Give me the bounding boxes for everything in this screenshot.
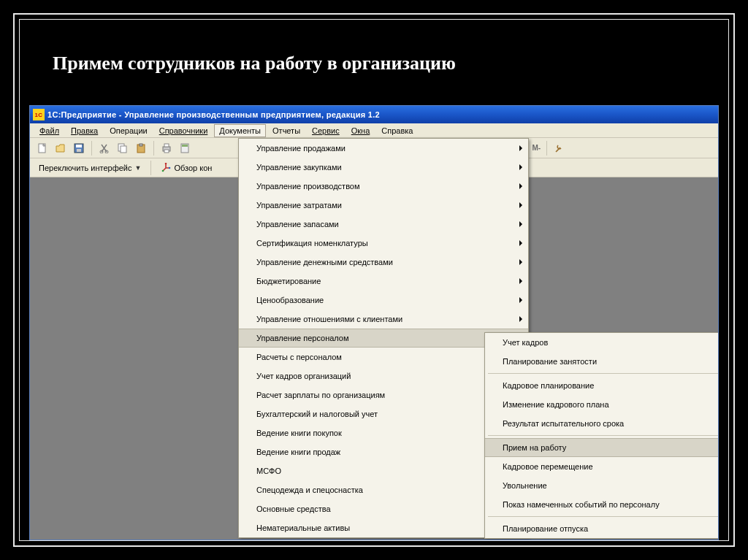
menu-help[interactable]: Справка — [376, 124, 418, 137]
submenu-arrow-icon — [519, 145, 522, 151]
menu-item-label: Расчеты с персоналом — [256, 353, 342, 361]
menu-item-label: Показ намеченных событий по персоналу — [503, 500, 660, 509]
menu-item-label: Планирование занятости — [503, 357, 597, 366]
menu-references[interactable]: Справочники — [154, 124, 213, 137]
menu-separator — [488, 435, 719, 436]
personnel-submenu-item[interactable]: Планирование отпуска — [485, 519, 719, 538]
documents-menu-item[interactable]: Сертификация номенклатуры — [239, 234, 528, 253]
menu-item-label: Управление затратами — [256, 201, 342, 210]
menu-item-label: Ведение книги продаж — [256, 448, 340, 456]
window-title: 1С:Предприятие - Управление производстве… — [47, 110, 380, 119]
menu-item-label: Кадровое планирование — [503, 381, 594, 390]
menu-item-label: Управление продажами — [256, 144, 346, 153]
svg-rect-14 — [182, 145, 188, 147]
calc-icon[interactable] — [177, 140, 193, 156]
menu-reports[interactable]: Отчеты — [267, 124, 305, 137]
open-file-icon[interactable] — [53, 140, 69, 156]
save-icon[interactable] — [71, 140, 87, 156]
toolbar-separator — [150, 161, 151, 175]
print-icon[interactable] — [159, 140, 175, 156]
personnel-submenu-item[interactable]: Прием на работу — [485, 438, 719, 457]
menubar: Файл Правка Операции Справочники Докумен… — [30, 123, 718, 138]
svg-rect-3 — [77, 149, 81, 152]
documents-menu-item[interactable]: Бюджетирование — [239, 272, 528, 291]
toolbar-separator — [91, 141, 92, 156]
menu-item-label: Бюджетирование — [256, 277, 321, 285]
menu-documents[interactable]: Документы — [214, 124, 266, 137]
copy-icon[interactable] — [115, 140, 131, 156]
submenu-arrow-icon — [519, 278, 522, 284]
documents-menu-item[interactable]: Управление денежными средствами — [239, 253, 528, 272]
documents-menu-item[interactable]: Управление затратами — [239, 196, 528, 215]
svg-rect-7 — [121, 146, 126, 153]
menu-windows[interactable]: Окна — [346, 124, 375, 137]
personnel-submenu-item[interactable]: Увольнение — [485, 476, 719, 495]
submenu-arrow-icon — [519, 164, 522, 170]
documents-menu-item[interactable]: Управление отношениями с клиентами — [239, 310, 528, 329]
personnel-submenu-item[interactable]: Показ намеченных событий по персоналу — [485, 495, 719, 514]
menu-item-label: МСФО — [256, 467, 281, 475]
paste-icon[interactable] — [133, 140, 149, 156]
documents-menu-item[interactable]: Управление запасами — [239, 215, 528, 234]
svg-point-15 — [165, 163, 167, 164]
overview-label: Обзор кон — [174, 164, 212, 172]
menu-item-label: Управление отношениями с клиентами — [256, 315, 402, 323]
switch-interface-button[interactable]: Переключить интерфейс ▼ — [34, 161, 145, 174]
toolbar-separator — [546, 141, 547, 156]
submenu-arrow-icon — [519, 297, 522, 303]
svg-rect-12 — [164, 150, 169, 153]
personnel-submenu-item[interactable]: Кадровое планирование — [485, 376, 719, 395]
svg-point-17 — [162, 169, 164, 172]
menu-separator — [488, 516, 719, 517]
menu-item-label: Нематериальные активы — [256, 523, 350, 532]
documents-menu-item[interactable]: Управление продажами — [239, 139, 528, 158]
menu-item-label: Изменение кадрового плана — [503, 400, 609, 409]
menu-file[interactable]: Файл — [34, 124, 64, 137]
personnel-submenu-item[interactable]: Результат испытательного срока — [485, 414, 719, 433]
tools-icon[interactable] — [552, 140, 568, 156]
documents-menu-item[interactable]: Управление производством — [239, 177, 528, 196]
menu-item-label: Управление денежными средствами — [256, 258, 393, 266]
menu-item-label: Прием на работу — [503, 443, 566, 452]
new-file-icon[interactable] — [34, 140, 50, 156]
svg-rect-11 — [164, 144, 169, 147]
menu-item-label: Планирование отпуска — [503, 524, 588, 533]
chevron-down-icon: ▼ — [135, 164, 142, 172]
menu-item-label: Управление закупками — [256, 163, 342, 172]
menu-item-label: Основные средства — [256, 505, 331, 513]
overview-icon — [161, 163, 171, 173]
menu-edit[interactable]: Правка — [66, 124, 103, 137]
menu-item-label: Расчет зарплаты по организациям — [256, 391, 385, 399]
cut-icon[interactable] — [96, 140, 112, 156]
menu-item-label: Ценообразование — [256, 296, 324, 304]
menu-item-label: Бухгалтерский и налоговый учет — [256, 410, 378, 418]
personnel-submenu-item[interactable]: Изменение кадрового плана — [485, 395, 719, 414]
submenu-arrow-icon — [519, 221, 522, 227]
menu-item-label: Ведение книги покупок — [256, 429, 342, 437]
menu-item-label: Управление персоналом — [256, 334, 349, 342]
personnel-submenu-item[interactable]: Планирование занятости — [485, 352, 719, 371]
switch-interface-label: Переключить интерфейс — [39, 164, 132, 172]
menu-item-label: Увольнение — [503, 481, 547, 490]
svg-point-16 — [169, 166, 171, 169]
submenu-arrow-icon — [519, 259, 522, 265]
personnel-submenu-item[interactable]: Кадровое перемещение — [485, 457, 719, 476]
documents-menu-item[interactable]: Ценообразование — [239, 291, 528, 310]
menu-operations[interactable]: Операции — [104, 124, 152, 137]
app-window: 1C 1С:Предприятие - Управление производс… — [29, 105, 719, 540]
menu-item-label: Спецодежда и спецоснастка — [256, 486, 363, 494]
svg-rect-2 — [76, 145, 82, 147]
menu-item-label: Результат испытательного срока — [503, 419, 624, 428]
menu-item-label: Учет кадров — [503, 338, 548, 347]
menu-item-label: Учет кадров организаций — [256, 372, 351, 380]
menu-service[interactable]: Сервис — [307, 124, 345, 137]
submenu-arrow-icon — [519, 202, 522, 208]
m-minus-button[interactable]: M- — [531, 144, 543, 152]
app-icon: 1C — [33, 109, 45, 120]
overview-button[interactable]: Обзор кон — [156, 161, 216, 175]
menu-item-label: Сертификация номенклатуры — [256, 239, 368, 248]
slide-title: Примем сотрудников на работу в организац… — [53, 53, 456, 74]
documents-menu-item[interactable]: Управление закупками — [239, 158, 528, 177]
titlebar: 1C 1С:Предприятие - Управление производс… — [30, 106, 718, 123]
personnel-submenu-item[interactable]: Учет кадров — [485, 333, 719, 352]
